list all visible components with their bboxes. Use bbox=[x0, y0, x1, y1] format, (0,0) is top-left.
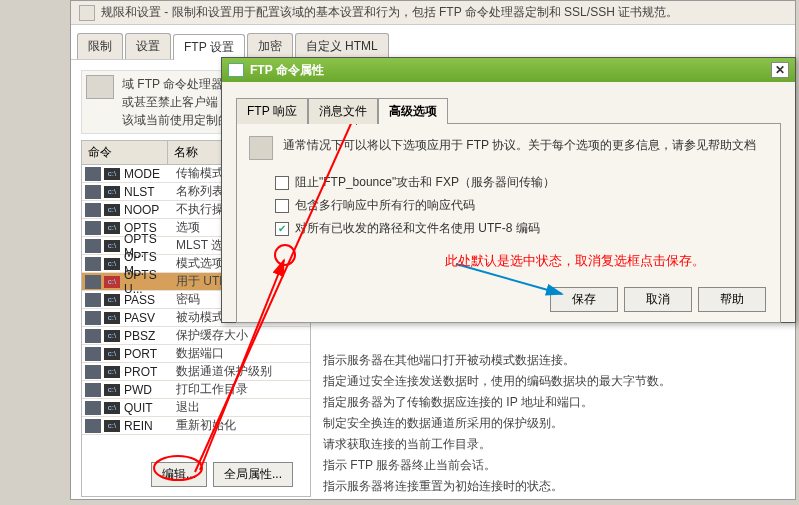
modal-title-text: FTP 命令属性 bbox=[250, 62, 324, 79]
ftp-cmd-props-dialog: FTP 命令属性 ✕ FTP 响应 消息文件 高级选项 通常情况下可以将以下选项… bbox=[221, 57, 796, 323]
header-title: 规限和设置 - 限制和设置用于配置该域的基本设置和行为，包括 FTP 命令处理器… bbox=[101, 4, 678, 21]
cell-cmd: PASS bbox=[124, 293, 176, 307]
checkbox-row: 阻止"FTP_bounce"攻击和 FXP（服务器间传输） bbox=[275, 174, 768, 191]
cmd-icon: c:\ bbox=[104, 366, 120, 378]
description-row: 制定安全换连的数据通道所采用的保护级别。 bbox=[323, 413, 785, 434]
row-icon bbox=[85, 383, 101, 397]
cmd-icon: c:\ bbox=[104, 204, 120, 216]
mtab-advanced[interactable]: 高级选项 bbox=[378, 98, 448, 124]
row-icon bbox=[85, 203, 101, 217]
mtab-msg-file[interactable]: 消息文件 bbox=[308, 98, 378, 124]
cell-cmd: REIN bbox=[124, 419, 176, 433]
cell-cmd: PROT bbox=[124, 365, 176, 379]
cmd-icon: c:\ bbox=[104, 276, 120, 288]
cell-name: 重新初始化 bbox=[176, 417, 310, 434]
cell-cmd: PBSZ bbox=[124, 329, 176, 343]
description-row: 请求获取连接的当前工作目录。 bbox=[323, 434, 785, 455]
main-tabs: 限制 设置 FTP 设置 加密 自定义 HTML bbox=[71, 25, 795, 60]
help-button[interactable]: 帮助 bbox=[698, 287, 766, 312]
info-row: 通常情况下可以将以下选项应用于 FTP 协议。关于每个选项的更多信息，请参见帮助… bbox=[249, 136, 768, 160]
table-row[interactable]: c:\REIN重新初始化 bbox=[82, 417, 310, 435]
cell-cmd: PASV bbox=[124, 311, 176, 325]
info-text: 通常情况下可以将以下选项应用于 FTP 协议。关于每个选项的更多信息，请参见帮助… bbox=[283, 136, 756, 154]
row-icon bbox=[85, 257, 101, 271]
cmd-icon: c:\ bbox=[104, 420, 120, 432]
cmd-icon: c:\ bbox=[104, 312, 120, 324]
row-icon bbox=[85, 275, 101, 289]
cell-cmd: NOOP bbox=[124, 203, 176, 217]
cell-name: 打印工作目录 bbox=[176, 381, 310, 398]
table-row[interactable]: c:\PWD打印工作目录 bbox=[82, 381, 310, 399]
row-icon bbox=[85, 401, 101, 415]
modal-titlebar[interactable]: FTP 命令属性 ✕ bbox=[222, 58, 795, 82]
cell-name: 数据通道保护级别 bbox=[176, 363, 310, 380]
modal-button-row: 保存 取消 帮助 bbox=[550, 287, 766, 312]
checkbox-row: 包含多行响应中所有行的响应代码 bbox=[275, 197, 768, 214]
section-line2: 或甚至禁止客户端 bbox=[122, 95, 218, 109]
row-icon bbox=[85, 365, 101, 379]
info-icon bbox=[249, 136, 273, 160]
panel-header: 规限和设置 - 限制和设置用于配置该域的基本设置和行为，包括 FTP 命令处理器… bbox=[71, 1, 795, 25]
cell-name: 数据端口 bbox=[176, 345, 310, 362]
close-icon[interactable]: ✕ bbox=[771, 62, 789, 78]
row-icon bbox=[85, 221, 101, 235]
cell-cmd: PWD bbox=[124, 383, 176, 397]
edit-button[interactable]: 编辑... bbox=[151, 462, 207, 487]
checkbox-label: 对所有已收发的路径和文件名使用 UTF-8 编码 bbox=[295, 220, 540, 237]
bottom-buttons: 编辑... 全局属性... bbox=[151, 462, 293, 487]
cell-cmd: MODE bbox=[124, 167, 176, 181]
row-icon bbox=[85, 185, 101, 199]
mtab-ftp-response[interactable]: FTP 响应 bbox=[236, 98, 308, 124]
tab-settings[interactable]: 设置 bbox=[125, 33, 171, 59]
description-row: 指定服务器为了传输数据应连接的 IP 地址和端口。 bbox=[323, 392, 785, 413]
modal-body: FTP 响应 消息文件 高级选项 通常情况下可以将以下选项应用于 FTP 协议。… bbox=[222, 82, 795, 322]
row-icon bbox=[85, 329, 101, 343]
checkbox-label: 阻止"FTP_bounce"攻击和 FXP（服务器间传输） bbox=[295, 174, 555, 191]
tab-limits[interactable]: 限制 bbox=[77, 33, 123, 59]
description-row: 指示服务器将连接重置为初始连接时的状态。 bbox=[323, 476, 785, 497]
table-row[interactable]: c:\QUIT退出 bbox=[82, 399, 310, 417]
global-props-button[interactable]: 全局属性... bbox=[213, 462, 293, 487]
description-row: 指示服务器在其他端口打开被动模式数据连接。 bbox=[323, 350, 785, 371]
section-line1: 域 FTP 命令处理器 bbox=[122, 77, 223, 91]
cmd-icon: c:\ bbox=[104, 348, 120, 360]
section-icon bbox=[86, 75, 114, 99]
description-row: 指示 FTP 服务器终止当前会话。 bbox=[323, 455, 785, 476]
cmd-icon: c:\ bbox=[104, 330, 120, 342]
modal-tabs: FTP 响应 消息文件 高级选项 bbox=[236, 98, 781, 124]
cancel-button[interactable]: 取消 bbox=[624, 287, 692, 312]
table-row[interactable]: c:\PBSZ保护缓存大小 bbox=[82, 327, 310, 345]
cmd-icon: c:\ bbox=[104, 402, 120, 414]
table-row[interactable]: c:\PROT数据通道保护级别 bbox=[82, 363, 310, 381]
cmd-icon: c:\ bbox=[104, 168, 120, 180]
tab-custom-html[interactable]: 自定义 HTML bbox=[295, 33, 389, 59]
cmd-icon: c:\ bbox=[104, 222, 120, 234]
cmd-icon: c:\ bbox=[104, 186, 120, 198]
checkbox-label: 包含多行响应中所有行的响应代码 bbox=[295, 197, 475, 214]
cmd-icon: c:\ bbox=[104, 384, 120, 396]
row-icon bbox=[85, 239, 101, 253]
th-cmd[interactable]: 命令 bbox=[82, 141, 168, 164]
description-row: 指定通过安全连接发送数据时，使用的编码数据块的最大字节数。 bbox=[323, 371, 785, 392]
row-icon bbox=[85, 293, 101, 307]
save-button[interactable]: 保存 bbox=[550, 287, 618, 312]
cell-name: 退出 bbox=[176, 399, 310, 416]
table-row[interactable]: c:\PORT数据端口 bbox=[82, 345, 310, 363]
header-icon bbox=[79, 5, 95, 21]
row-icon bbox=[85, 167, 101, 181]
checkbox[interactable]: ✔ bbox=[275, 222, 289, 236]
cmd-icon: c:\ bbox=[104, 258, 120, 270]
row-icon bbox=[85, 311, 101, 325]
checkbox-row: ✔对所有已收发的路径和文件名使用 UTF-8 编码 bbox=[275, 220, 768, 237]
cell-cmd: QUIT bbox=[124, 401, 176, 415]
checkbox[interactable] bbox=[275, 176, 289, 190]
row-icon bbox=[85, 419, 101, 433]
window-icon bbox=[228, 63, 244, 77]
cell-cmd: NLST bbox=[124, 185, 176, 199]
cmd-icon: c:\ bbox=[104, 240, 120, 252]
cell-cmd: PORT bbox=[124, 347, 176, 361]
tab-encryption[interactable]: 加密 bbox=[247, 33, 293, 59]
checkbox[interactable] bbox=[275, 199, 289, 213]
cell-cmd: OPTS U... bbox=[124, 268, 176, 296]
cmd-icon: c:\ bbox=[104, 294, 120, 306]
